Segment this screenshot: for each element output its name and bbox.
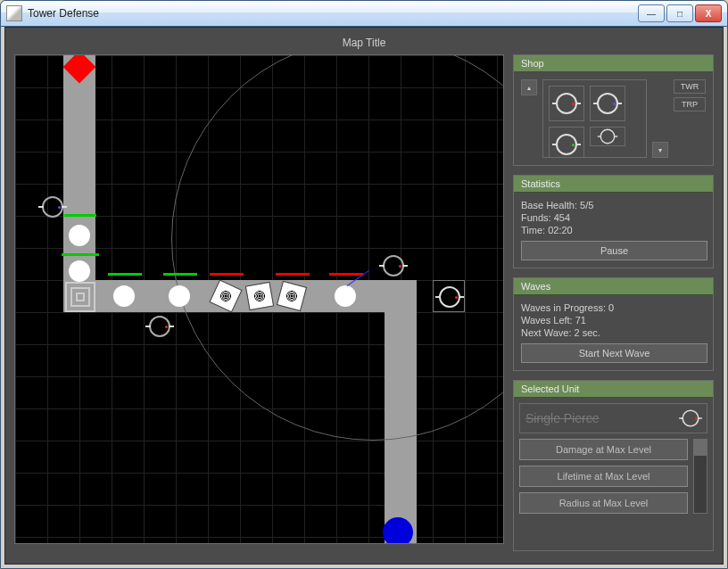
enemy-unit[interactable] (245, 282, 274, 310)
client-area: Map Title (4, 27, 724, 565)
enemy-hp-bar (64, 214, 96, 217)
waves-panel: Waves Waves in Progress: 0 Waves Left: 7… (513, 277, 714, 371)
waves-next: Next Wave: 2 sec. (521, 327, 706, 338)
stat-base-health: Base Health: 5/5 (521, 200, 706, 210)
upgrade-damage-button[interactable]: Damage at Max Level (519, 439, 688, 460)
shop-item[interactable] (549, 127, 584, 158)
waves-left: Waves Left: 71 (521, 315, 706, 326)
base-point (383, 517, 413, 544)
shop-item-list (542, 79, 647, 158)
upgrade-lifetime-button[interactable]: Lifetime at Max Level (519, 466, 688, 487)
waves-in-progress: Waves in Progress: 0 (521, 302, 706, 313)
shop-header: Shop (514, 55, 713, 72)
waves-header: Waves (514, 278, 713, 295)
tower[interactable] (383, 255, 404, 276)
enemy-hp-bar (62, 253, 99, 256)
maximize-button[interactable]: □ (666, 4, 693, 22)
enemy-hp-bar (329, 273, 363, 276)
selected-unit-header: Selected Unit (514, 381, 713, 398)
title-bar: Tower Defense — □ X (1, 1, 727, 27)
start-next-wave-button[interactable]: Start Next Wave (521, 343, 707, 363)
enemy-hp-bar (163, 273, 197, 276)
selected-unit-panel: Selected Unit Single Pierce Damage at Ma… (513, 380, 714, 551)
map-title: Map Title (14, 37, 714, 49)
shop-tab-trp[interactable]: TRP (674, 97, 706, 111)
enemy-unit[interactable] (113, 285, 135, 307)
statistics-header: Statistics (514, 176, 713, 193)
enemy-hp-bar (276, 273, 310, 276)
shop-scroll-up[interactable]: ▴ (521, 79, 537, 95)
game-map[interactable] (14, 54, 504, 544)
close-button[interactable]: X (695, 4, 722, 22)
stat-funds: Funds: 454 (521, 212, 706, 223)
shop-item[interactable] (590, 127, 625, 146)
side-panels: Shop ▴ ▾ (513, 54, 714, 551)
shop-item[interactable] (549, 86, 584, 121)
statistics-panel: Statistics Base Health: 5/5 Funds: 454 T… (513, 175, 714, 268)
window-controls: — □ X (638, 4, 722, 22)
shop-scroll-down[interactable]: ▾ (652, 142, 668, 158)
window-title: Tower Defense (28, 7, 99, 20)
tower-slot[interactable] (65, 282, 95, 312)
enemy-hp-bar (108, 273, 142, 276)
app-icon (6, 5, 22, 21)
shop-item[interactable] (590, 86, 625, 121)
pause-button[interactable]: Pause (521, 241, 707, 260)
tower[interactable] (42, 196, 63, 218)
window: Tower Defense — □ X Map Title (0, 0, 728, 569)
enemy-unit[interactable] (335, 285, 356, 307)
selected-unit-scrollbar[interactable] (693, 439, 707, 514)
shop-tab-twr[interactable]: TWR (674, 79, 706, 94)
selected-unit-icon (682, 409, 699, 426)
enemy-unit[interactable] (169, 285, 190, 307)
upgrade-radius-button[interactable]: Radius at Max Level (519, 492, 688, 514)
enemy-unit[interactable] (69, 225, 90, 246)
stat-time: Time: 02:20 (521, 225, 706, 235)
tower-slot[interactable] (433, 280, 465, 312)
shop-panel: Shop ▴ ▾ (513, 54, 714, 166)
enemy-unit[interactable] (69, 260, 90, 282)
minimize-button[interactable]: — (638, 4, 665, 22)
selected-unit-name: Single Pierce (525, 411, 600, 425)
selected-unit-title: Single Pierce (519, 403, 707, 433)
enemy-hp-bar (210, 273, 244, 276)
tower[interactable] (149, 316, 170, 337)
